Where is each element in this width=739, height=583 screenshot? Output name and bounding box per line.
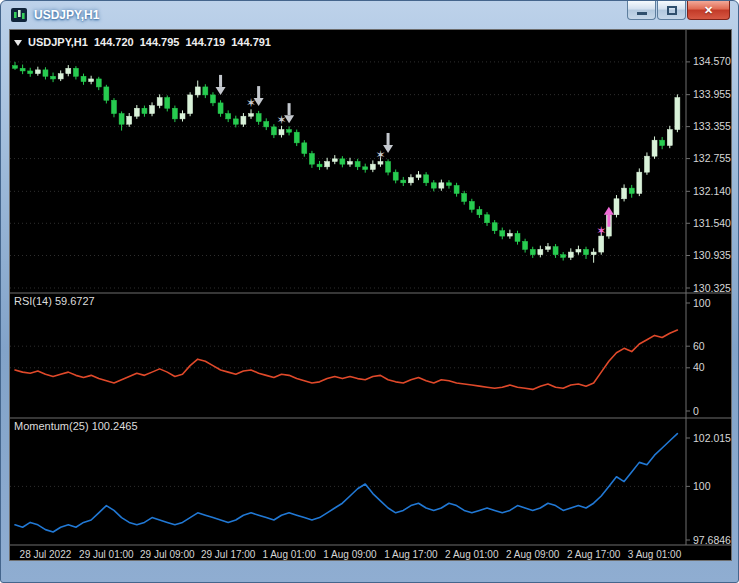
maximize-icon bbox=[667, 6, 677, 15]
svg-text:0: 0 bbox=[693, 405, 699, 417]
svg-text:2 Aug 17:00: 2 Aug 17:00 bbox=[567, 549, 621, 560]
svg-text:133.955: 133.955 bbox=[693, 88, 731, 100]
svg-text:29 Jul 17:00: 29 Jul 17:00 bbox=[201, 549, 256, 560]
svg-text:1 Aug 09:00: 1 Aug 09:00 bbox=[323, 549, 377, 560]
window-controls: ✕ bbox=[627, 1, 730, 20]
svg-text:28 Jul 2022: 28 Jul 2022 bbox=[20, 549, 72, 560]
chart-window: USDJPY,H1 ✕ ✶✶✶✶134.570133.955133.355132… bbox=[0, 0, 739, 583]
svg-text:130.325: 130.325 bbox=[693, 282, 731, 294]
svg-text:131.540: 131.540 bbox=[693, 217, 731, 229]
svg-text:102.015: 102.015 bbox=[693, 432, 731, 444]
close-button[interactable]: ✕ bbox=[687, 1, 730, 20]
price-chart-canvas[interactable]: ✶✶✶✶134.570133.955133.355132.755132.1401… bbox=[9, 29, 732, 561]
svg-text:1 Aug 01:00: 1 Aug 01:00 bbox=[262, 549, 316, 560]
svg-text:29 Jul 09:00: 29 Jul 09:00 bbox=[140, 549, 195, 560]
svg-text:130.935: 130.935 bbox=[693, 249, 731, 261]
collapse-triangle-icon[interactable] bbox=[14, 40, 22, 46]
window-titlebar[interactable]: USDJPY,H1 ✕ bbox=[1, 1, 738, 29]
svg-text:2 Aug 01:00: 2 Aug 01:00 bbox=[445, 549, 499, 560]
svg-text:134.570: 134.570 bbox=[693, 55, 731, 67]
svg-text:100: 100 bbox=[693, 297, 711, 309]
svg-text:100: 100 bbox=[693, 480, 711, 492]
svg-text:2 Aug 09:00: 2 Aug 09:00 bbox=[506, 549, 560, 560]
svg-text:97.6846: 97.6846 bbox=[693, 534, 731, 546]
svg-text:132.140: 132.140 bbox=[693, 185, 731, 197]
svg-text:40: 40 bbox=[693, 361, 705, 373]
svg-text:✶: ✶ bbox=[375, 148, 385, 162]
svg-text:1 Aug 17:00: 1 Aug 17:00 bbox=[384, 549, 438, 560]
svg-text:132.755: 132.755 bbox=[693, 152, 731, 164]
svg-text:3 Aug 01:00: 3 Aug 01:00 bbox=[628, 549, 682, 560]
svg-text:✶: ✶ bbox=[596, 224, 606, 238]
minimize-button[interactable] bbox=[627, 1, 656, 20]
svg-text:✶: ✶ bbox=[246, 96, 256, 110]
svg-text:✶: ✶ bbox=[276, 113, 286, 127]
chart-window-icon bbox=[11, 8, 27, 22]
window-title: USDJPY,H1 bbox=[34, 8, 99, 22]
svg-text:133.355: 133.355 bbox=[693, 120, 731, 132]
minimize-icon bbox=[637, 12, 647, 15]
svg-text:60: 60 bbox=[693, 340, 705, 352]
maximize-button[interactable] bbox=[657, 1, 686, 20]
svg-text:29 Jul 01:00: 29 Jul 01:00 bbox=[79, 549, 134, 560]
chart-area: ✶✶✶✶134.570133.955133.355132.755132.1401… bbox=[9, 29, 732, 561]
